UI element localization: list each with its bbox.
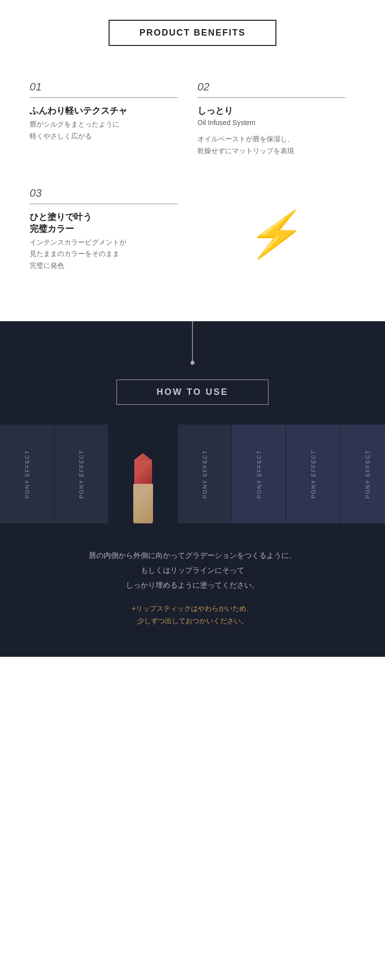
benefit-subtitle-02: Oil Infused System bbox=[197, 119, 346, 127]
note-line1: +リップスティックはやわらかいため、 bbox=[132, 604, 253, 612]
benefit-desc-02: オイルペーストが唇を保湿し、乾燥せずにマットリップを表現 bbox=[197, 133, 346, 157]
lipstick-box-7: PONY EFFECT bbox=[341, 425, 385, 523]
benefit-divider-02 bbox=[197, 97, 346, 98]
benefit-divider-03 bbox=[30, 204, 178, 204]
benefit-number-02: 02 bbox=[197, 81, 346, 93]
lipstick-label-5: PONY EFFECT bbox=[256, 450, 262, 499]
lipstick-box-6: PONY EFFECT bbox=[286, 425, 341, 523]
benefit-desc-01: 唇がシルクをまとったように軽くやさしく広がる bbox=[30, 119, 178, 142]
benefit-desc-03: インテンスカラーピグメントが見たままのカラーをそのまま完璧に発色 bbox=[30, 237, 178, 272]
lipstick-center bbox=[109, 425, 178, 523]
connector-vertical-line bbox=[192, 321, 193, 361]
benefit-item-03: 03 ひと塗りで叶う完璧カラー インテンスカラーピグメントが見たままのカラーをそ… bbox=[25, 177, 192, 292]
connector-dot bbox=[191, 361, 194, 365]
product-benefits-section: PRODUCT BENEFITS 01 ふんわり軽いテクスチャ 唇がシルクをまと… bbox=[0, 0, 385, 321]
lipstick-body bbox=[133, 484, 153, 523]
lipstick-label-6: PONY EFFECT bbox=[310, 450, 316, 499]
lipstick-box-1: PONY EFFECT bbox=[0, 425, 54, 523]
how-to-use-section: HOW TO USE PONY EFFECT PONY EFFECT PONY … bbox=[0, 321, 385, 657]
lipstick-head bbox=[134, 459, 152, 484]
lipstick-label-1: PONY EFFECT bbox=[24, 450, 30, 499]
lightning-icon: ⚡ bbox=[245, 212, 308, 256]
instructions-line2: もしくはリップラインにそって bbox=[141, 566, 244, 574]
lipstick-box-4: PONY EFFECT bbox=[178, 425, 232, 523]
benefit-number-03: 03 bbox=[30, 187, 178, 200]
instructions-line1: 唇の内側から外側に向かってグラデーションをつくるように、 bbox=[89, 551, 296, 559]
benefit-divider-01 bbox=[30, 97, 178, 98]
lipstick-box-2: PONY EFFECT bbox=[54, 425, 109, 523]
lipstick-carousel: PONY EFFECT PONY EFFECT PONY EFFECT PONY… bbox=[0, 425, 385, 523]
benefit-item-02: 02 しっとり Oil Infused System オイルペーストが唇を保湿し… bbox=[192, 71, 360, 177]
note-line2: 少しずつ出しておつかいください。 bbox=[137, 617, 248, 625]
how-to-use-title: HOW TO USE bbox=[116, 380, 269, 405]
lipstick-box-5: PONY EFFECT bbox=[232, 425, 286, 523]
lipstick-shape bbox=[133, 459, 153, 523]
benefits-title: PRODUCT BENEFITS bbox=[109, 20, 276, 46]
instructions-note: +リップスティックはやわらかいため、 少しずつ出しておつかいください。 bbox=[0, 602, 385, 627]
benefit-item-01: 01 ふんわり軽いテクスチャ 唇がシルクをまとったように軽くやさしく広がる bbox=[25, 71, 192, 177]
lipstick-label-4: PONY EFFECT bbox=[202, 450, 208, 499]
lipstick-label-2: PONY EFFECT bbox=[78, 450, 84, 499]
benefit-title-01: ふんわり軽いテクスチャ bbox=[30, 105, 178, 117]
instructions-text: 唇の内側から外側に向かってグラデーションをつくるように、 もしくはリップラインに… bbox=[0, 548, 385, 593]
instructions-line3: しっかり埋めるように塗ってください。 bbox=[126, 581, 259, 589]
lipstick-label-7: PONY EFFECT bbox=[365, 450, 371, 499]
lightning-col: ⚡ bbox=[192, 177, 360, 292]
benefit-title-03: ひと塗りで叶う完璧カラー bbox=[30, 211, 178, 235]
benefits-grid: 01 ふんわり軽いテクスチャ 唇がシルクをまとったように軽くやさしく広がる 02… bbox=[25, 71, 360, 292]
benefits-title-container: PRODUCT BENEFITS bbox=[25, 20, 360, 46]
benefit-title-02: しっとり bbox=[197, 105, 346, 117]
connector-line bbox=[0, 321, 385, 365]
how-to-use-title-container: HOW TO USE bbox=[0, 380, 385, 405]
benefit-number-01: 01 bbox=[30, 81, 178, 93]
